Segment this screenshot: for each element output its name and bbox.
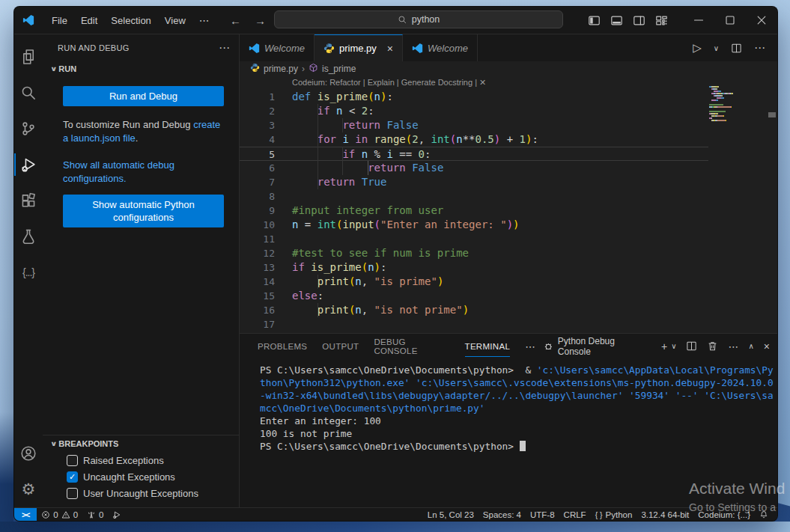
code-line-text[interactable]: return True — [275, 175, 386, 189]
code-line-text[interactable]: #test to see if num is prime — [275, 246, 469, 260]
line-number[interactable]: 5 — [240, 147, 275, 160]
line-number[interactable]: 11 — [240, 232, 275, 246]
checkbox-checked[interactable]: ✓ — [67, 471, 78, 483]
code-line-text[interactable]: #input integer from user — [275, 204, 443, 218]
activity-codeium-braces-icon[interactable]: {...} — [14, 254, 43, 290]
toggle-secondary-sidebar-icon[interactable] — [633, 14, 645, 27]
code-line-text[interactable]: n = int(input("Enter an integer: ")) — [275, 218, 520, 232]
code-line-text[interactable]: print(n, "is prime") — [275, 275, 443, 289]
run-dropdown-chevron-icon[interactable]: ∨ — [714, 44, 719, 52]
toggle-sidebar-icon[interactable] — [588, 14, 601, 27]
line-number[interactable]: 12 — [240, 246, 275, 260]
code-line-text[interactable] — [275, 317, 292, 331]
activity-extensions-icon[interactable] — [14, 183, 43, 218]
nav-forward-button[interactable]: → — [255, 14, 266, 27]
activity-run-debug-icon[interactable] — [14, 147, 43, 183]
checkbox-unchecked[interactable] — [67, 488, 78, 499]
problems-status[interactable]: 0 0 — [37, 508, 82, 521]
menu-more-button[interactable]: ⋯ — [192, 14, 216, 26]
codeium-codelens[interactable]: Codeium: Refactor | Explain | Generate D… — [292, 78, 486, 88]
line-number[interactable]: 10 — [240, 218, 275, 232]
run-python-file-button[interactable]: ▷ — [693, 41, 702, 55]
line-number[interactable]: 2 — [240, 104, 275, 118]
line-number[interactable]: 9 — [240, 204, 275, 218]
code-line-text[interactable] — [275, 189, 292, 204]
breadcrumb-symbol[interactable]: is_prime — [322, 64, 356, 74]
panel-tab-problems[interactable]: PROBLEMS — [250, 334, 315, 358]
activity-explorer-icon[interactable] — [14, 39, 43, 75]
show-python-configs-button[interactable]: Show automatic Python configurations — [63, 195, 224, 227]
line-number[interactable]: 14 — [240, 275, 275, 289]
activity-search-icon[interactable] — [14, 75, 43, 111]
close-icon[interactable]: × — [764, 340, 770, 352]
more-icon[interactable]: ⋯ — [728, 340, 738, 352]
breakpoint-row[interactable]: ✓Uncaught Exceptions — [43, 468, 239, 485]
tab-welcome[interactable]: Welcome — [240, 34, 315, 61]
code-line-text[interactable]: return False — [275, 118, 419, 132]
breakpoint-row[interactable]: User Uncaught Exceptions — [43, 485, 239, 501]
status-encoding[interactable]: UTF-8 — [526, 510, 559, 519]
status-notifications[interactable] — [755, 510, 773, 519]
breakpoints-header[interactable]: ∨ BREAKPOINTS — [43, 435, 239, 452]
activity-testing-icon[interactable] — [14, 218, 43, 254]
plus-icon[interactable]: + — [661, 340, 667, 352]
close-window-button[interactable] — [746, 7, 777, 34]
code-line-text[interactable]: return False — [275, 161, 443, 175]
panel-tab-debug-console[interactable]: DEBUG CONSOLE — [366, 334, 457, 358]
tab-welcome[interactable]: Welcome — [403, 34, 478, 61]
split-editor-icon[interactable] — [731, 43, 742, 54]
debug-status[interactable] — [108, 508, 126, 521]
minimize-button[interactable] — [683, 7, 714, 34]
minimap[interactable] — [709, 86, 745, 124]
line-number[interactable]: 7 — [240, 175, 275, 189]
terminal-instance[interactable]: Python Debug Console — [543, 336, 648, 357]
command-center-search[interactable]: python — [274, 10, 563, 28]
trash-icon[interactable] — [707, 340, 718, 352]
status-language-mode[interactable]: { }Python — [591, 510, 637, 519]
panel-tab-terminal[interactable]: TERMINAL — [458, 334, 518, 358]
status-eol[interactable]: CRLF — [559, 510, 591, 519]
line-number[interactable]: 17 — [240, 317, 275, 331]
show-all-configs-link[interactable]: Show all automatic debug configurations. — [63, 159, 209, 186]
code-line-text[interactable]: print(n, "is not prime") — [275, 303, 469, 317]
code-line-text[interactable]: if n % i == 0: — [275, 147, 431, 160]
chevron-down-icon[interactable]: ∨ — [671, 342, 676, 350]
line-number[interactable]: 8 — [240, 189, 275, 204]
breadcrumb-file[interactable]: prime.py — [264, 64, 298, 74]
line-number[interactable]: 1 — [240, 90, 275, 104]
line-number[interactable]: 15 — [240, 289, 275, 303]
line-number[interactable]: 3 — [240, 118, 275, 132]
sidebar-more-button[interactable]: ⋯ — [219, 41, 230, 55]
terminal[interactable]: PS C:\Users\samcc\OneDrive\Documents\pyt… — [240, 358, 777, 507]
line-number[interactable]: 4 — [240, 132, 275, 147]
toggle-panel-icon[interactable] — [610, 14, 623, 27]
activity-settings-gear-icon[interactable]: ⚙ — [14, 471, 43, 507]
editor-scrollbar-thumb[interactable] — [768, 112, 776, 117]
menu-view[interactable]: View — [158, 15, 192, 26]
menu-edit[interactable]: Edit — [74, 15, 104, 26]
customize-layout-icon[interactable] — [655, 14, 668, 27]
code-line-text[interactable]: if is_prime(n): — [275, 260, 386, 275]
activity-account-icon[interactable] — [14, 435, 43, 471]
status-cursor-position[interactable]: Ln 5, Col 23 — [423, 510, 478, 519]
code-line-text[interactable]: def is_prime(n): — [275, 90, 393, 104]
status-codeium-status[interactable]: Codeium: {...} — [693, 510, 755, 519]
run-and-debug-button[interactable]: Run and Debug — [63, 86, 224, 106]
menu-file[interactable]: File — [45, 15, 74, 26]
split-editor-icon[interactable] — [686, 340, 697, 352]
editor-more-actions-button[interactable]: ⋯ — [754, 41, 765, 55]
status-python-interpreter[interactable]: 3.12.4 64-bit — [636, 510, 693, 519]
chevron-up-icon[interactable]: ∧ — [748, 342, 753, 350]
run-section-header[interactable]: ∨ RUN — [43, 61, 239, 77]
code-line-text[interactable]: if n < 2: — [275, 104, 374, 118]
menu-selection[interactable]: Selection — [104, 15, 157, 26]
close-tab-icon[interactable]: × — [387, 43, 393, 55]
panel-tabs-more-button[interactable]: ⋯ — [517, 340, 543, 352]
breadcrumb[interactable]: prime.py › is_prime — [240, 61, 777, 76]
code-editor[interactable]: Codeium: Refactor | Explain | Generate D… — [240, 76, 777, 333]
breakpoint-row[interactable]: Raised Exceptions — [43, 452, 239, 468]
activity-source-control-icon[interactable] — [14, 111, 43, 147]
panel-tab-output[interactable]: OUTPUT — [315, 334, 366, 358]
line-number[interactable]: 6 — [240, 161, 275, 175]
tab-prime-py[interactable]: prime.py× — [315, 34, 403, 61]
